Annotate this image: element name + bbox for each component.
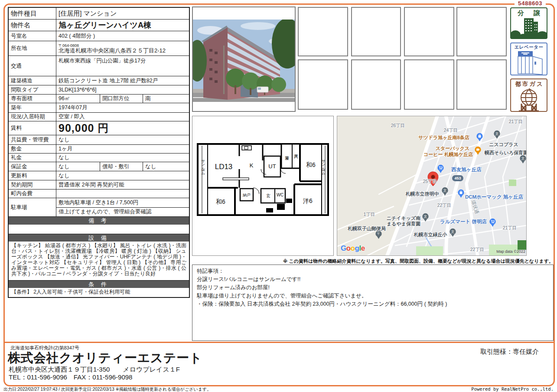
row-value: なし [56, 162, 100, 171]
svg-text:〒: 〒 [377, 232, 381, 236]
map-copyright: Map data ©2022 [496, 249, 525, 254]
row-label: 現況/入居時期 [9, 113, 56, 121]
row-label: 開口部方位 [100, 95, 143, 103]
row-value: 3LDK[13*6*6*6] [56, 85, 189, 94]
map-label: ニスコプラス [489, 141, 518, 148]
table-row: 間取タイプ 3LDK[13*6*6*6] [9, 85, 189, 95]
row-label: 建築構造 [9, 76, 56, 85]
photo-slot [351, 59, 401, 110]
table-row: 物件種目 [住居用] マンション [9, 8, 189, 20]
row-label: 間取タイプ [9, 85, 56, 94]
map-label: 幌西そらいろ保育園 [485, 150, 527, 156]
row-value: なし [56, 135, 189, 144]
photo-slot [298, 7, 348, 56]
photo-slot [456, 7, 507, 56]
room-label-yo6: 洋6 [303, 197, 313, 204]
svg-text:文: 文 [495, 132, 499, 136]
row-value [56, 189, 189, 198]
row-label: 賃料 [9, 121, 56, 135]
special-notes: 特記事項： 分譲リース!バルコニーはサンルームです!! 部分リフォーム済みのお部… [192, 265, 554, 341]
map-label: 札幌市立啓明中 [406, 191, 439, 197]
table-row: 築年 1974年07月 [9, 103, 189, 113]
table-row: 賃料 90,000 円 [9, 121, 189, 135]
row-label: 更新料 [9, 171, 56, 180]
table-row: 礼金 なし [9, 154, 189, 162]
output-date-note: 出力日:2022/02/27 19:07:43 / 次回更新予定日:2022/0… [3, 386, 211, 392]
room-label-genkan: 玄 [266, 193, 270, 198]
company-name: 株式会社クオリティーエステート [8, 350, 202, 367]
row-label: 礼金 [9, 154, 56, 162]
row-label: 共益費・管理費 [9, 135, 56, 144]
company-tel-fax: TEL：011-596-9096 FAX：011-596-9098 [9, 373, 132, 382]
school-pin-icon: 文 [519, 155, 527, 164]
svg-text:文: 文 [424, 215, 427, 219]
row-label: 敷金 [9, 145, 56, 153]
room-label-wa6-top: 和6 [306, 161, 316, 168]
photo-slot [351, 7, 401, 56]
photo-slot [298, 59, 348, 110]
address: 北海道札幌市中央区南八条西２５丁目2-12 [59, 48, 187, 54]
note-line: ・保険：保険要加入 日本共済株式会社 2年契約 23,000円・ハウスクリーニン… [197, 300, 549, 308]
map-label: DCMホーマック 旭ヶ丘店 [465, 194, 523, 200]
row-value: 1ヶ月 [56, 145, 189, 153]
map-label: 25丁目 [423, 179, 437, 185]
floor-plan-drawing: LD13 K UT 浴室 押入 和6 サンルーム サンルーム 納戸 玄 WC 和… [197, 143, 329, 216]
row-label: 駐車場 [9, 198, 56, 216]
map-label: ラルズマート 啓明店 [440, 219, 487, 225]
note-line: 分譲リース!バルコニーはサンルームです!! [197, 275, 549, 284]
svg-text:文: 文 [521, 157, 525, 160]
map-label: スターバックス [436, 145, 470, 152]
table-row: 敷金 1ヶ月 [9, 145, 189, 154]
table-row: 専有面積 96㎡ 開口部方位 南 [9, 95, 189, 103]
section-equipment-header: 設 備 [9, 234, 189, 242]
home-center-pin-icon [457, 189, 465, 198]
row-value: 南 [143, 95, 189, 103]
row-label: 築年 [9, 103, 56, 112]
row-value: 札幌市東西線「円山公園」徒歩17分 [56, 56, 189, 76]
disclaimer-text: ※ この資料は物件の概略紹介資料になります。写真、間取図面、設備、概要などが現況… [192, 258, 554, 265]
floor-plan: LD13 K UT 浴室 押入 和6 サンルーム サンルーム 納戸 玄 WC 和… [192, 116, 334, 256]
map-label: 札幌市立緑丘小 [414, 232, 447, 238]
property-table: 物件種目 [住居用] マンション 物件名 旭ヶ丘グリーンハイツA棟 号室名 40… [8, 7, 190, 298]
map-label: 26丁目 [391, 123, 405, 129]
table-row: 現況/入居時期 空室 / 即入 [9, 113, 189, 121]
row-value: 空室 / 即入 [56, 113, 189, 121]
map-label: 24丁目 [444, 127, 458, 134]
row-value: なし [143, 162, 189, 171]
store-pin-icon [476, 133, 483, 142]
highrise-building-icon [511, 17, 547, 38]
note-line: 特記事項： [197, 267, 549, 275]
room-label-wa6-bottom: 和6 [216, 198, 225, 205]
table-row: 更新料 なし [9, 171, 189, 180]
elevator-icon [511, 50, 547, 75]
photo-slot [404, 7, 454, 56]
table-row: 共益費・管理費 なし [9, 135, 189, 145]
building-photo [192, 7, 296, 112]
gas-tank-icon [511, 88, 547, 111]
row-label: 物件名 [9, 20, 56, 31]
row-value: なし [56, 171, 189, 180]
row-value: 402 ( 4階部分 ) [56, 31, 189, 41]
room-label-nando: 納戸 [243, 193, 251, 197]
section-conditions-header: 条 件 [9, 281, 189, 288]
table-row: 号室名 402 ( 4階部分 ) [9, 31, 189, 41]
table-row: 交通 札幌市東西線「円山公園」徒歩17分 [9, 56, 189, 76]
badge-elevator-label: エレベーター [511, 43, 547, 50]
row-value: なし [56, 154, 189, 162]
google-logo: Google [341, 244, 365, 253]
row-value: 1974年07月 [56, 103, 189, 112]
parking-line-2: 借上げてませんので、管理組合要確認 [56, 208, 189, 217]
photo-slot [456, 59, 507, 110]
row-label: 所在地 [9, 41, 56, 56]
map-label: 21丁目 [503, 225, 517, 231]
map-label: 1丁目 [364, 212, 375, 218]
badge-bunjo: 分 譲 [510, 7, 547, 39]
table-row: 保証金 なし 償却・敷引 なし [9, 162, 189, 171]
table-row: 駐車場 敷地内駐車場 / 空き1台 / 7,500円 借上げてませんので、管理組… [9, 198, 189, 217]
room-label-wc: WC [277, 193, 284, 197]
location-map: 26丁目 24丁目 21丁目 サツドラ旭ヶ丘南8条店 ニスコプラス スターバック… [337, 116, 527, 256]
badge-elevator: エレベーター [510, 42, 547, 75]
map-label: コーヒー 札幌旭ケ丘店 [423, 151, 473, 158]
row-label: 保証金 [9, 162, 56, 171]
row-value: 鉄筋コンクリート造 地上7階 総戸数82戸 [56, 76, 189, 85]
